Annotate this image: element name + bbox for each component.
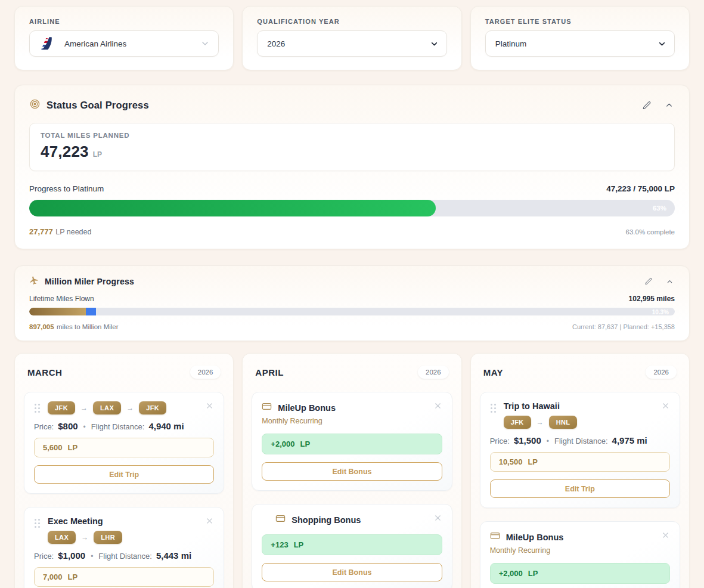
miles-remaining-value: 897,005 <box>29 323 54 330</box>
drag-handle[interactable] <box>34 518 41 528</box>
remove-item-button[interactable] <box>661 531 670 541</box>
price-value: $1,000 <box>58 550 85 561</box>
remove-item-button[interactable] <box>661 401 670 411</box>
months-grid: MARCH 2026 JFK → LAX → JFK <box>14 353 690 588</box>
price-label: Price: <box>34 552 54 561</box>
target-icon <box>29 98 41 112</box>
price-value: $800 <box>58 421 77 431</box>
lp-input-unit: LP <box>528 457 538 466</box>
qualification-year-value: 2026 <box>267 39 423 48</box>
bullet-separator: • <box>83 423 86 431</box>
month-column-april: APRIL 2026 MileUp Bonus Monthly <box>242 353 461 588</box>
total-miles-planned-label: TOTAL MILES PLANNED <box>41 132 663 139</box>
trip-card: Trip to Hawaii JFK → HNL Price: <box>480 392 680 508</box>
lp-planner-page: AIRLINE <box>14 0 690 588</box>
lp-input-value: 7,000 <box>43 572 63 581</box>
status-goal-card: Status Goal Progress TOTAL MILES PLANNED… <box>14 85 690 249</box>
distance-label: Flight Distance: <box>554 437 608 445</box>
bonus-title: MileUp Bonus <box>278 403 336 413</box>
bullet-separator: • <box>547 437 549 445</box>
bonus-lp-input[interactable]: +2,000 LP <box>262 434 442 454</box>
route-arrow-icon: → <box>126 404 134 412</box>
million-miler-planned-fill <box>86 308 96 315</box>
bonus-card: MileUp Bonus Monthly Recurring +2,000 LP… <box>480 521 680 588</box>
drag-handle[interactable] <box>34 403 41 413</box>
lp-earned-input[interactable]: 10,500 LP <box>490 452 670 472</box>
price-label: Price: <box>34 422 54 431</box>
bonus-lp-input[interactable]: +123 LP <box>262 534 442 555</box>
drag-handle[interactable] <box>490 403 497 413</box>
collapse-section-button[interactable] <box>665 277 675 287</box>
airline-select[interactable]: American Airlines <box>29 30 219 57</box>
credit-card-icon <box>262 401 272 414</box>
airport-badge: LAX <box>48 531 76 544</box>
remove-item-button[interactable] <box>205 401 214 411</box>
bonus-title: MileUp Bonus <box>506 533 564 542</box>
trip-card: JFK → LAX → JFK Price: <box>24 392 224 494</box>
route-arrow-icon: → <box>80 404 88 412</box>
total-miles-planned-unit: LP <box>93 150 102 159</box>
airport-badge: JFK <box>139 401 166 414</box>
lp-input-unit: LP <box>68 572 78 581</box>
total-miles-planned-value: 47,223 <box>41 143 89 161</box>
airport-badge: LHR <box>94 531 122 544</box>
status-goal-title: Status Goal Progress <box>46 100 149 111</box>
lp-input-value: +2,000 <box>499 569 523 578</box>
distance-label: Flight Distance: <box>98 552 152 561</box>
top-controls-row: AIRLINE <box>14 6 690 70</box>
edit-million-miler-button[interactable] <box>643 276 654 287</box>
airport-badge: JFK <box>48 401 75 414</box>
qualification-year-select[interactable]: 2026 <box>257 30 446 57</box>
month-column-march: MARCH 2026 JFK → LAX → JFK <box>14 353 234 588</box>
edit-bonus-button[interactable]: Edit Bonus <box>262 462 442 481</box>
edit-trip-button[interactable]: Edit Trip <box>490 479 670 498</box>
month-column-may: MAY 2026 Trip to Hawaii JFK → HNL <box>470 353 690 588</box>
lp-earned-input[interactable]: 5,600 LP <box>34 438 214 457</box>
miles-remaining-suffix: miles to Million Miler <box>57 323 119 330</box>
edit-trip-button[interactable]: Edit Trip <box>34 465 214 484</box>
lp-earned-input[interactable]: 7,000 LP <box>34 567 214 587</box>
status-progress-percent-badge: 63% <box>653 205 666 212</box>
airplane-icon <box>29 276 39 287</box>
trip-card: Exec Meeting LAX → LHR Price: <box>24 507 224 588</box>
lifetime-miles-value: 102,995 miles <box>629 295 675 303</box>
edit-goal-button[interactable] <box>641 100 653 112</box>
month-title: MARCH <box>27 367 62 377</box>
bonus-lp-input[interactable]: +2,000 LP <box>490 563 670 584</box>
million-miler-percent-badge: 10.3% <box>652 308 669 315</box>
bonus-card: Shopping Bonus +123 LP Edit Bonus <box>252 504 452 588</box>
lp-input-value: 10,500 <box>499 457 523 466</box>
bonus-subtitle: Monthly Recurring <box>490 546 654 555</box>
target-status-label: TARGET ELITE STATUS <box>485 18 675 25</box>
total-miles-planned-box: TOTAL MILES PLANNED 47,223 LP <box>29 123 675 171</box>
month-year-badge: 2026 <box>418 366 449 379</box>
lifetime-miles-label: Lifetime Miles Flown <box>29 295 94 303</box>
remove-item-button[interactable] <box>433 513 442 524</box>
lp-needed-value: 27,777 <box>29 227 53 236</box>
million-miler-current-fill <box>29 308 86 315</box>
qualification-year-card: QUALIFICATION YEAR 2026 <box>242 6 461 70</box>
remove-item-button[interactable] <box>433 401 442 411</box>
lp-input-unit: LP <box>68 443 78 452</box>
remove-item-button[interactable] <box>205 516 214 527</box>
status-progress-fill <box>29 200 436 216</box>
route-row: LAX → LHR <box>48 531 198 544</box>
american-airlines-logo <box>39 36 57 52</box>
airline-card: AIRLINE <box>14 6 234 70</box>
trip-title: Exec Meeting <box>48 516 198 526</box>
airline-label: AIRLINE <box>29 18 219 25</box>
price-label: Price: <box>490 437 510 445</box>
edit-bonus-button[interactable]: Edit Bonus <box>262 563 442 581</box>
bullet-separator: • <box>91 552 93 561</box>
route-row: JFK → HNL <box>504 416 654 429</box>
price-value: $1,500 <box>514 435 541 445</box>
collapse-section-button[interactable] <box>663 100 675 111</box>
airport-badge: JFK <box>504 416 531 429</box>
current-planned-breakdown: Current: 87,637 | Planned: +15,358 <box>572 323 675 330</box>
target-status-select[interactable]: Platinum <box>485 30 675 57</box>
lp-needed-suffix: LP needed <box>55 228 91 236</box>
airport-badge: HNL <box>549 416 578 429</box>
credit-card-icon <box>490 531 500 543</box>
chevron-down-icon <box>200 39 210 48</box>
airline-value: American Airlines <box>64 39 193 48</box>
